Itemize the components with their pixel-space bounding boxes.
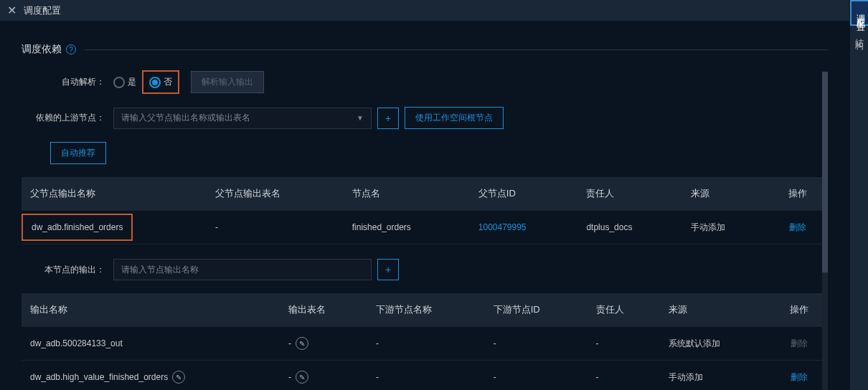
- output-table: 输出名称 输出表名 下游节点名称 下游节点ID 责任人 来源 操作 dw_adb…: [22, 293, 828, 390]
- th-out-table: 输出表名: [280, 293, 367, 327]
- cell-action: 删除: [768, 211, 828, 244]
- th-owner: 责任人: [577, 177, 682, 211]
- use-root-button[interactable]: 使用工作空间根节点: [405, 107, 504, 129]
- cell-out-action: 删除: [770, 361, 828, 391]
- th-action: 操作: [768, 177, 828, 211]
- section-divider: [85, 49, 828, 50]
- output-row: 本节点的输出： +: [22, 259, 828, 280]
- radio-no[interactable]: 否: [149, 76, 172, 88]
- highlighted-cell: dw_adb.finished_orders: [22, 214, 133, 241]
- cell-owner: dtplus_docs: [577, 211, 682, 244]
- th-node-name: 节点名: [344, 177, 470, 211]
- cell-out-source: 系统默认添加: [660, 327, 770, 361]
- auto-parse-label: 自动解析：: [22, 76, 108, 88]
- radio-no-highlight: 否: [142, 70, 179, 94]
- radio-circle-yes: [113, 77, 125, 88]
- edit-icon[interactable]: ✎: [296, 337, 308, 350]
- header-title: 调度配置: [24, 4, 61, 17]
- upstream-select[interactable]: 请输入父节点输出名称或输出表名 ▼: [113, 108, 372, 129]
- th-output-name: 父节点输出名称: [22, 177, 207, 211]
- radio-yes-label: 是: [128, 76, 136, 88]
- tab-structure[interactable]: 结构: [850, 26, 868, 43]
- auto-parse-row: 自动解析： 是 否 解析输入输出: [22, 70, 828, 94]
- delete-link[interactable]: 删除: [789, 222, 806, 232]
- out-name-text: dw_adb.high_value_finished_orders: [30, 372, 168, 382]
- th-out-action: 操作: [770, 293, 828, 327]
- radio-no-label: 否: [164, 76, 172, 88]
- upstream-row: 依赖的上游节点： 请输入父节点输出名称或输出表名 ▼ + 使用工作空间根节点: [22, 107, 828, 129]
- edit-icon[interactable]: ✎: [172, 371, 185, 384]
- cell-out-table: -✎: [280, 361, 367, 391]
- parent-id-link[interactable]: 1000479995: [478, 222, 527, 232]
- radio-yes[interactable]: 是: [113, 76, 136, 88]
- cell-node-name: finished_orders: [344, 211, 470, 244]
- main-content: 调度依赖 ? 自动解析： 是 否 解析输入输出 依赖的上游节点： 请输入父节点输…: [0, 22, 849, 390]
- cell-out-name: dw_adb.500284133_out: [22, 327, 280, 361]
- delete-link[interactable]: 删除: [791, 372, 808, 382]
- output-table-header-row: 输出名称 输出表名 下游节点名称 下游节点ID 责任人 来源 操作: [22, 293, 828, 327]
- cell-down-id: -: [485, 361, 588, 391]
- radio-circle-no: [149, 77, 161, 88]
- th-source: 来源: [682, 177, 768, 211]
- upstream-label: 依赖的上游节点：: [22, 112, 108, 124]
- upstream-table: 父节点输出名称 父节点输出表名 节点名 父节点ID 责任人 来源 操作 dw_a…: [22, 177, 828, 244]
- cell-output-name: dw_adb.finished_orders: [22, 211, 207, 244]
- add-upstream-button[interactable]: +: [377, 108, 399, 129]
- cell-down-name: -: [367, 361, 485, 391]
- cell-out-owner: -: [588, 327, 660, 361]
- th-down-id: 下游节点ID: [485, 293, 588, 327]
- section-title-row: 调度依赖 ?: [22, 43, 828, 56]
- edit-icon[interactable]: ✎: [296, 371, 308, 384]
- output-label: 本节点的输出：: [22, 264, 108, 276]
- th-output-table: 父节点输出表名: [207, 177, 344, 211]
- cell-out-table: -✎: [280, 327, 367, 361]
- header-bar: ✕ 调度配置: [0, 0, 868, 22]
- th-down-name: 下游节点名称: [367, 293, 485, 327]
- table-row: dw_adb.finished_orders - finished_orders…: [22, 211, 828, 244]
- add-output-button[interactable]: +: [377, 259, 399, 280]
- cell-out-owner: -: [588, 361, 660, 391]
- out-table-text: -: [288, 338, 291, 348]
- close-icon[interactable]: ✕: [7, 4, 16, 17]
- tab-schedule-config[interactable]: 调度配置: [850, 0, 868, 26]
- right-tabs-panel: 调度配置 结构: [849, 0, 868, 390]
- cell-out-action: 删除: [770, 327, 828, 361]
- th-out-source: 来源: [660, 293, 770, 327]
- section-title: 调度依赖: [22, 43, 62, 56]
- cell-output-table: -: [207, 211, 344, 244]
- cell-down-id: -: [485, 327, 588, 361]
- chevron-down-icon: ▼: [357, 114, 364, 122]
- cell-out-name: dw_adb.high_value_finished_orders✎: [22, 361, 280, 391]
- auto-recommend-row: 自动推荐: [50, 142, 828, 164]
- delete-disabled: 删除: [791, 338, 808, 348]
- cell-down-name: -: [367, 327, 485, 361]
- cell-out-source: 手动添加: [660, 361, 770, 391]
- scrollbar-thumb[interactable]: [822, 72, 828, 272]
- output-input[interactable]: [113, 259, 372, 280]
- th-out-owner: 责任人: [588, 293, 660, 327]
- scrollbar[interactable]: [822, 72, 828, 390]
- parse-io-button: 解析输入输出: [191, 71, 264, 93]
- upstream-placeholder: 请输入父节点输出名称或输出表名: [121, 112, 250, 124]
- help-icon[interactable]: ?: [66, 44, 76, 54]
- out-table-text: -: [288, 372, 291, 382]
- table-row: dw_adb.500284133_out -✎ - - - 系统默认添加 删除: [22, 327, 828, 361]
- cell-source: 手动添加: [682, 211, 768, 244]
- th-out-name: 输出名称: [22, 293, 280, 327]
- upstream-table-header-row: 父节点输出名称 父节点输出表名 节点名 父节点ID 责任人 来源 操作: [22, 177, 828, 211]
- th-parent-id: 父节点ID: [470, 177, 578, 211]
- table-row: dw_adb.high_value_finished_orders✎ -✎ - …: [22, 361, 828, 391]
- cell-parent-id: 1000479995: [470, 211, 578, 244]
- auto-recommend-button[interactable]: 自动推荐: [50, 142, 106, 164]
- radio-dot: [152, 80, 158, 85]
